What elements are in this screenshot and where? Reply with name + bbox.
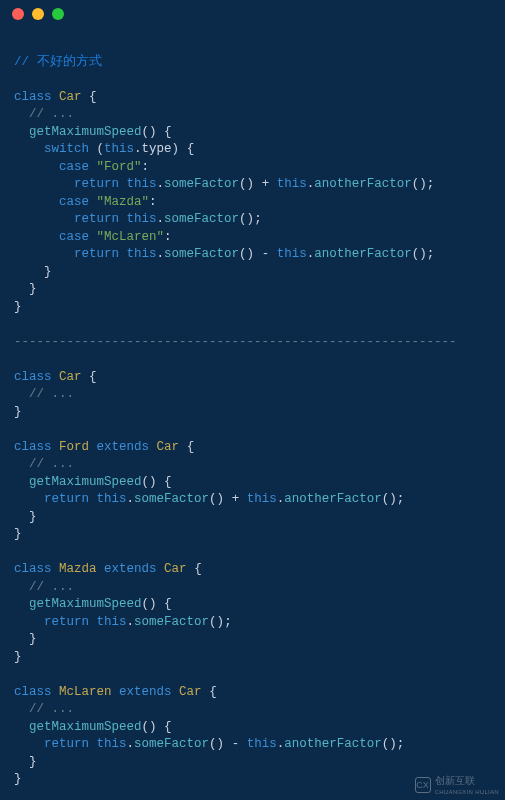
- window-titlebar: [0, 0, 505, 28]
- close-icon[interactable]: [12, 8, 24, 20]
- code-string: "McLaren": [97, 230, 165, 244]
- divider: ----------------------------------------…: [14, 335, 457, 349]
- watermark-subtext: CHUANGXIN HULIAN: [435, 788, 499, 796]
- code-string: "Ford": [97, 160, 142, 174]
- code-block: // 不好的方式 class Car { // ... getMaximumSp…: [0, 28, 505, 800]
- code-comment: // 不好的方式: [14, 55, 102, 69]
- code-keyword: class: [14, 90, 52, 104]
- minimize-icon[interactable]: [32, 8, 44, 20]
- watermark-icon: CX: [415, 777, 431, 793]
- code-keyword: case: [59, 160, 89, 174]
- watermark-text: 创新互联: [435, 775, 475, 786]
- code-comment: // ...: [29, 107, 74, 121]
- code-this: this: [104, 142, 134, 156]
- code-keyword: return: [74, 177, 119, 191]
- code-classname: Car: [59, 90, 82, 104]
- code-method: getMaximumSpeed: [29, 125, 142, 139]
- code-string: "Mazda": [97, 195, 150, 209]
- maximize-icon[interactable]: [52, 8, 64, 20]
- watermark: CX 创新互联 CHUANGXIN HULIAN: [415, 774, 499, 796]
- code-keyword: switch: [44, 142, 89, 156]
